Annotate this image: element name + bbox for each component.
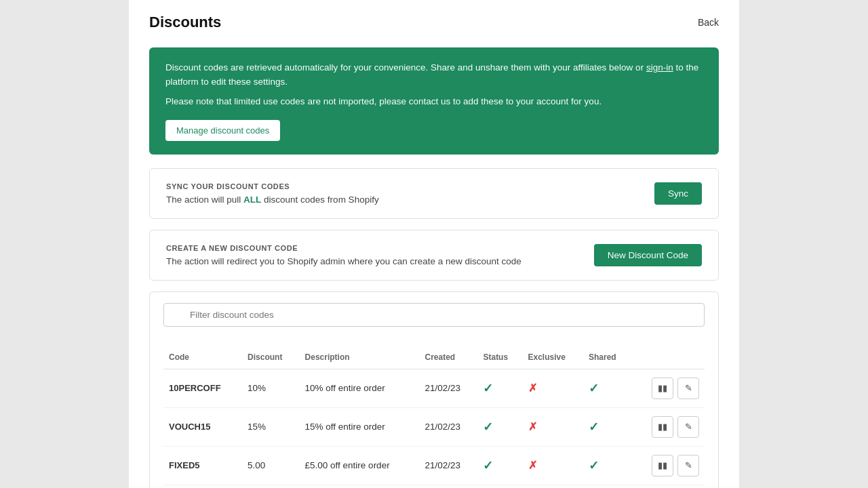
cell-actions: ▮▮ ✎ [631, 407, 705, 446]
sign-in-link[interactable]: sign-in [646, 62, 673, 73]
page-header: Discounts Back [149, 14, 719, 31]
cell-description: 80% off entire order [300, 485, 420, 488]
sync-card-desc: The action will pull ALL discount codes … [166, 195, 379, 205]
cell-discount: 80% [242, 485, 299, 488]
col-discount: Discount [242, 348, 299, 369]
col-created: Created [419, 348, 477, 369]
col-status: Status [477, 348, 522, 369]
sync-button[interactable]: Sync [654, 182, 702, 205]
col-shared: Shared [583, 348, 631, 369]
cell-code: FIXED5 [163, 446, 242, 485]
exclusive-cross: ✗ [528, 421, 537, 432]
search-wrapper: 🔍 [163, 303, 705, 338]
status-check: ✓ [483, 420, 493, 434]
status-check: ✓ [483, 459, 493, 472]
cell-actions: ▮▮ ✎ [631, 446, 705, 485]
shared-check: ✓ [589, 459, 599, 472]
cell-actions: + ✎ [631, 485, 705, 488]
table-row: VOUCH15 15% 15% off entire order 21/02/2… [163, 407, 705, 446]
cell-exclusive: ✗ [523, 407, 584, 446]
action-buttons: ▮▮ ✎ [637, 455, 699, 476]
cell-shared: ✗ [583, 485, 631, 488]
edit-button[interactable]: ✎ [677, 378, 699, 399]
cell-code: 10PERCOFF [163, 369, 242, 407]
shared-check: ✓ [589, 420, 599, 434]
cell-shared: ✓ [583, 369, 631, 407]
create-card-content: CREATE A NEW DISCOUNT CODE The action wi… [166, 244, 521, 266]
cell-status: ✓ [477, 407, 522, 446]
cell-description: 10% off entire order [300, 369, 420, 407]
table-body: 10PERCOFF 10% 10% off entire order 21/02… [163, 369, 705, 488]
sync-card-title: SYNC YOUR DISCOUNT CODES [166, 182, 379, 190]
create-card-title: CREATE A NEW DISCOUNT CODE [166, 244, 521, 252]
cell-code: REDFRIDAY [163, 485, 242, 488]
cell-status: ✓ [477, 369, 522, 407]
cell-status: ✓ [477, 446, 522, 485]
action-buttons: ▮▮ ✎ [637, 416, 699, 438]
sync-card-header: SYNC YOUR DISCOUNT CODES The action will… [166, 182, 702, 205]
cell-status: ✓ [477, 485, 522, 488]
info-banner: Discount codes are retrieved automatical… [149, 47, 719, 155]
cell-created: 21/02/23 [419, 485, 477, 488]
status-check: ✓ [483, 382, 493, 395]
table-row: FIXED5 5.00 £5.00 off entire order 21/02… [163, 446, 705, 485]
table-row: 10PERCOFF 10% 10% off entire order 21/02… [163, 369, 705, 407]
col-description: Description [300, 348, 420, 369]
new-discount-code-button[interactable]: New Discount Code [594, 244, 702, 266]
shared-check: ✓ [589, 382, 599, 395]
table-section: 🔍 Code Discount Description Created Stat… [149, 291, 719, 488]
pause-button[interactable]: ▮▮ [652, 455, 673, 476]
sync-card-content: SYNC YOUR DISCOUNT CODES The action will… [166, 182, 379, 205]
cell-shared: ✓ [583, 407, 631, 446]
col-code: Code [163, 348, 242, 369]
cell-created: 21/02/23 [419, 407, 477, 446]
cell-created: 21/02/23 [419, 369, 477, 407]
page-title: Discounts [149, 14, 221, 31]
table-row: REDFRIDAY 80% 80% off entire order 21/02… [163, 485, 705, 488]
exclusive-cross: ✗ [528, 382, 537, 394]
cell-exclusive: ✗ [523, 369, 584, 407]
create-card-desc: The action will redirect you to Shopify … [166, 256, 521, 266]
sync-highlight: ALL [243, 195, 261, 205]
cell-description: £5.00 off entire order [300, 446, 420, 485]
cell-discount: 15% [242, 407, 299, 446]
page-container: Discounts Back Discount codes are retrie… [129, 0, 739, 488]
search-input[interactable] [163, 303, 705, 327]
cell-exclusive: ✗ [523, 485, 584, 488]
col-exclusive: Exclusive [523, 348, 584, 369]
cell-discount: 10% [242, 369, 299, 407]
create-card-header: CREATE A NEW DISCOUNT CODE The action wi… [166, 244, 702, 266]
cell-exclusive: ✗ [523, 446, 584, 485]
banner-text-2: Please note that limited use codes are n… [165, 95, 703, 109]
cell-shared: ✓ [583, 446, 631, 485]
back-link[interactable]: Back [698, 17, 719, 28]
edit-button[interactable]: ✎ [677, 455, 699, 476]
banner-text-1: Discount codes are retrieved automatical… [165, 61, 703, 89]
discount-table: Code Discount Description Created Status… [163, 348, 705, 488]
create-discount-card: CREATE A NEW DISCOUNT CODE The action wi… [149, 230, 719, 281]
cell-actions: ▮▮ ✎ [631, 369, 705, 407]
col-actions [631, 348, 705, 369]
cell-description: 15% off entire order [300, 407, 420, 446]
sync-card: SYNC YOUR DISCOUNT CODES The action will… [149, 168, 719, 219]
exclusive-cross: ✗ [528, 460, 537, 471]
edit-button[interactable]: ✎ [677, 416, 699, 438]
pause-button[interactable]: ▮▮ [652, 378, 673, 399]
action-buttons: ▮▮ ✎ [637, 378, 699, 399]
cell-created: 21/02/23 [419, 446, 477, 485]
cell-code: VOUCH15 [163, 407, 242, 446]
pause-button[interactable]: ▮▮ [652, 416, 673, 438]
manage-discount-codes-button[interactable]: Manage discount codes [165, 120, 280, 141]
table-header: Code Discount Description Created Status… [163, 348, 705, 369]
cell-discount: 5.00 [242, 446, 299, 485]
